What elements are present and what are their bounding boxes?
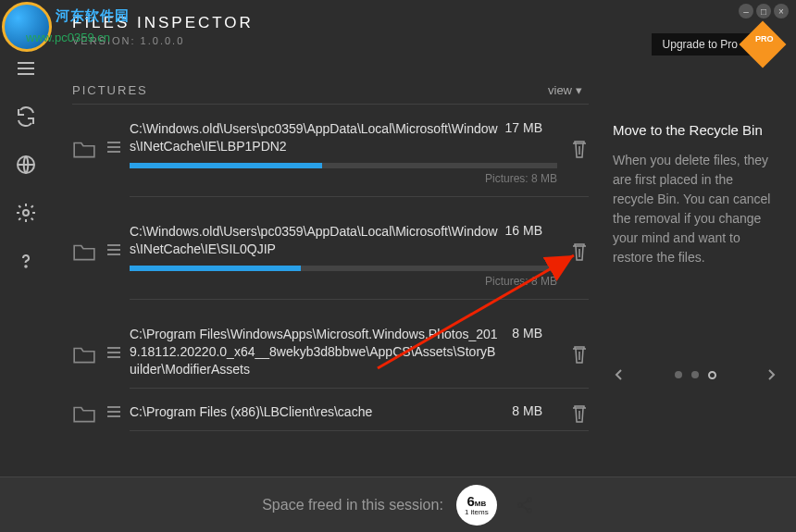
info-body: When you delete files, they are first pl… bbox=[613, 151, 777, 267]
file-path[interactable]: C:\Windows.old\Users\pc0359\AppData\Loca… bbox=[130, 223, 500, 258]
file-path[interactable]: C:\Windows.old\Users\pc0359\AppData\Loca… bbox=[130, 120, 500, 155]
svg-point-5 bbox=[25, 266, 27, 267]
sidebar bbox=[0, 54, 51, 532]
footer-label: Space freed in this session: bbox=[262, 497, 443, 513]
window-controls: – □ × bbox=[739, 4, 789, 19]
file-size: 8 MB bbox=[512, 403, 542, 418]
pictures-label: Pictures: 8 MB bbox=[130, 275, 557, 288]
file-path[interactable]: C:\Program Files\WindowsApps\Microsoft.W… bbox=[130, 326, 500, 378]
list-item: C:\Program Files (x86)\LBClient\res\cach… bbox=[72, 403, 589, 431]
help-icon[interactable] bbox=[15, 250, 37, 272]
list-item: C:\Windows.old\Users\pc0359\AppData\Loca… bbox=[72, 120, 589, 197]
pictures-label: Pictures: 8 MB bbox=[130, 172, 557, 185]
gear-icon[interactable] bbox=[15, 202, 37, 224]
view-dropdown[interactable]: view ▾ bbox=[548, 83, 582, 97]
list-item: C:\Windows.old\Users\pc0359\AppData\Loca… bbox=[72, 223, 589, 300]
minimize-button[interactable]: – bbox=[739, 4, 753, 19]
close-button[interactable]: × bbox=[774, 4, 789, 19]
pager-dot[interactable] bbox=[691, 371, 699, 378]
info-title: Move to the Recycle Bin bbox=[613, 122, 777, 138]
chevron-right-icon[interactable] bbox=[765, 368, 777, 381]
watermark-text: 河东软件园 bbox=[56, 7, 130, 25]
svg-line-22 bbox=[521, 505, 528, 509]
trash-icon[interactable] bbox=[570, 241, 589, 262]
drag-handle-icon[interactable] bbox=[106, 241, 122, 258]
section-header: PICTURES bbox=[72, 83, 148, 97]
file-size: 16 MB bbox=[505, 223, 542, 238]
file-path[interactable]: C:\Program Files (x86)\LBClient\res\cach… bbox=[130, 403, 500, 421]
file-size: 17 MB bbox=[505, 120, 542, 135]
maximize-button[interactable]: □ bbox=[756, 4, 771, 19]
footer: Space freed in this session: 6MB 1 items bbox=[0, 476, 796, 532]
file-list: C:\Windows.old\Users\pc0359\AppData\Loca… bbox=[72, 120, 589, 457]
svg-line-21 bbox=[521, 501, 528, 504]
folder-icon bbox=[72, 403, 96, 424]
chevron-left-icon[interactable] bbox=[613, 368, 626, 381]
freed-badge: 6MB 1 items bbox=[456, 485, 497, 526]
divider bbox=[72, 104, 589, 105]
svg-point-4 bbox=[23, 210, 29, 216]
globe-icon[interactable] bbox=[15, 154, 37, 176]
pager-dots bbox=[675, 371, 716, 379]
drag-handle-icon[interactable] bbox=[106, 403, 122, 420]
pro-badge: PRO bbox=[740, 21, 787, 68]
refresh-icon[interactable] bbox=[15, 105, 37, 128]
info-panel: Move to the Recycle Bin When you delete … bbox=[613, 122, 777, 267]
usage-bar bbox=[130, 266, 557, 271]
menu-icon[interactable] bbox=[15, 57, 37, 80]
watermark-url: www.pc0359.cn bbox=[26, 31, 110, 44]
usage-bar bbox=[130, 163, 557, 168]
trash-icon[interactable] bbox=[570, 403, 589, 424]
trash-icon[interactable] bbox=[570, 139, 589, 159]
trash-icon[interactable] bbox=[570, 344, 589, 365]
folder-icon bbox=[72, 344, 96, 365]
share-icon[interactable] bbox=[516, 496, 534, 514]
folder-icon bbox=[72, 241, 96, 262]
list-item: C:\Program Files\WindowsApps\Microsoft.W… bbox=[72, 326, 589, 389]
drag-handle-icon[interactable] bbox=[106, 344, 122, 361]
drag-handle-icon[interactable] bbox=[106, 139, 122, 155]
folder-icon bbox=[72, 139, 96, 159]
pager-dot[interactable] bbox=[675, 371, 682, 378]
info-pager bbox=[613, 368, 777, 381]
pager-dot-active[interactable] bbox=[708, 371, 716, 379]
file-size: 8 MB bbox=[512, 326, 542, 340]
